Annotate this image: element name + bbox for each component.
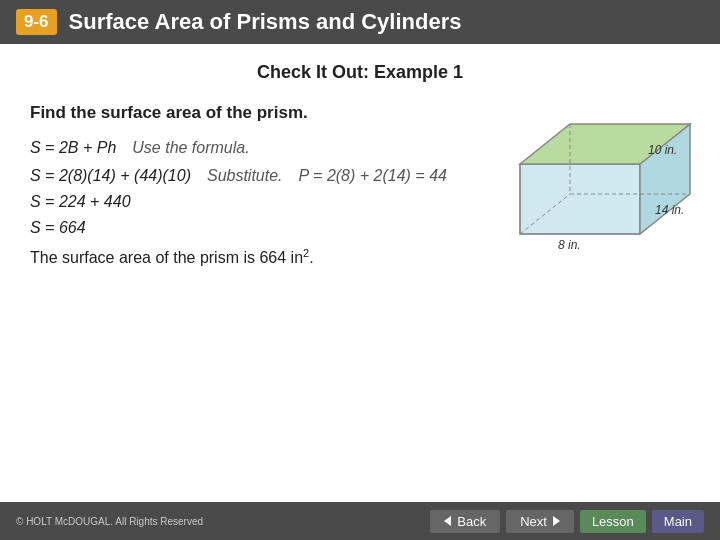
header: 9-6 Surface Area of Prisms and Cylinders	[0, 0, 720, 44]
nav-buttons: Back Next Lesson Main	[430, 510, 704, 533]
bottom-bar: © HOLT McDOUGAL. All Rights Reserved Bac…	[0, 502, 720, 540]
next-arrow-icon	[553, 516, 560, 526]
back-arrow-icon	[444, 516, 451, 526]
conclusion-end: .	[309, 249, 313, 266]
svg-text:10 in.: 10 in.	[648, 143, 677, 157]
step2-note: P = 2(8) + 2(14) = 44	[299, 167, 447, 185]
main-button[interactable]: Main	[652, 510, 704, 533]
main-content: 10 in. 14 in. 8 in. Check It Out: Exampl…	[0, 44, 720, 502]
conclusion-text: The surface area of the prism is 664 in	[30, 249, 303, 266]
lesson-label: Lesson	[592, 514, 634, 529]
prism-svg: 10 in. 14 in. 8 in.	[500, 74, 700, 254]
page: 9-6 Surface Area of Prisms and Cylinders	[0, 0, 720, 540]
step2-formula: S = 2(8)(14) + (44)(10)	[30, 167, 191, 185]
svg-text:8 in.: 8 in.	[558, 238, 581, 252]
svg-text:14 in.: 14 in.	[655, 203, 684, 217]
back-label: Back	[457, 514, 486, 529]
main-label: Main	[664, 514, 692, 529]
next-label: Next	[520, 514, 547, 529]
lesson-badge: 9-6	[16, 9, 57, 35]
back-button[interactable]: Back	[430, 510, 500, 533]
svg-marker-0	[520, 164, 640, 234]
lesson-button[interactable]: Lesson	[580, 510, 646, 533]
prism-illustration: 10 in. 14 in. 8 in.	[500, 74, 700, 254]
step1-description: Use the formula.	[132, 139, 249, 157]
header-title: Surface Area of Prisms and Cylinders	[69, 9, 462, 35]
copyright: © HOLT McDOUGAL. All Rights Reserved	[16, 516, 203, 527]
step2-description: Substitute.	[207, 167, 283, 185]
next-button[interactable]: Next	[506, 510, 574, 533]
step1-formula: S = 2B + Ph	[30, 139, 116, 157]
